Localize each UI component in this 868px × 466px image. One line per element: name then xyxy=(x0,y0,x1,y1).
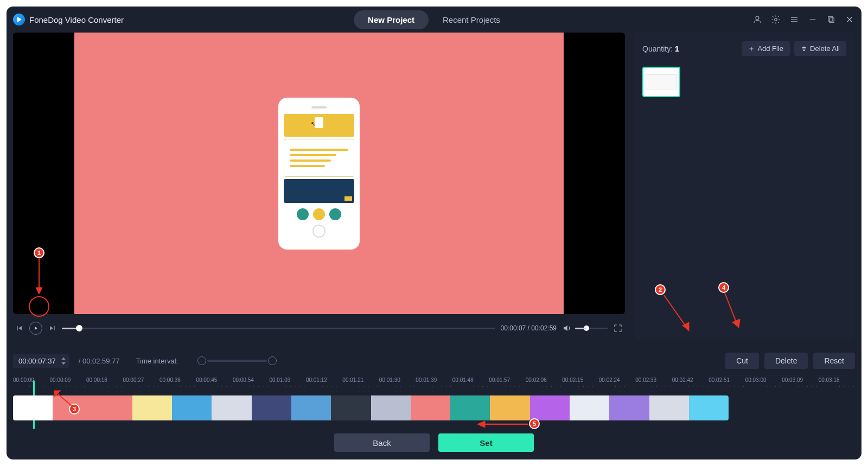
timeline-clip-frame[interactable] xyxy=(172,395,212,420)
ruler-tick: 00:00:27 xyxy=(123,377,159,383)
ruler-tick: 00:01:57 xyxy=(489,377,525,383)
svg-point-0 xyxy=(756,16,759,20)
ruler-tick: 00:01:03 xyxy=(269,377,305,383)
volume-control[interactable] xyxy=(562,323,608,333)
timeline-clip-frame[interactable] xyxy=(13,395,53,420)
ruler-tick: 00:02:15 xyxy=(562,377,598,383)
timeline-clip-frame[interactable] xyxy=(331,395,371,420)
prev-frame-icon[interactable] xyxy=(15,324,24,333)
time-step-down[interactable] xyxy=(59,361,68,366)
app-logo-icon xyxy=(13,14,25,25)
duration-label: / 00:02:59:77 xyxy=(79,357,120,365)
timeline-clip-frame[interactable] xyxy=(649,395,689,420)
player-controls: 00:00:07 / 00:02:59 xyxy=(13,317,625,339)
video-preview: ↖ xyxy=(13,33,625,314)
timeline-ruler: 00:00:0000:00:0900:00:1800:00:2700:00:36… xyxy=(13,377,855,390)
ruler-tick: 00:00:09 xyxy=(49,377,86,383)
ruler-tick: 00:00:36 xyxy=(159,377,196,383)
ruler-tick: 00:01:21 xyxy=(342,377,379,383)
timeline-clip-frame[interactable] xyxy=(93,395,132,420)
ruler-tick: 00:03:18 xyxy=(819,377,855,383)
time-interval-zoom[interactable] xyxy=(207,360,267,362)
ruler-tick: 00:03:00 xyxy=(745,377,782,383)
back-button[interactable]: Back xyxy=(334,433,430,452)
delete-button[interactable]: Delete xyxy=(764,353,808,369)
tab-recent-projects[interactable]: Recent Projects xyxy=(429,10,514,29)
ruler-tick: 00:02:06 xyxy=(526,377,562,383)
timeline-clip-frame[interactable] xyxy=(291,395,331,420)
timeline-clip-frame[interactable] xyxy=(450,395,490,420)
preview-frame-phone-graphic: ↖ xyxy=(278,98,360,250)
settings-icon[interactable] xyxy=(770,14,781,25)
ruler-tick: 00:00:00 xyxy=(13,377,49,383)
timeline-clip-frame[interactable] xyxy=(132,395,172,420)
app-title: FoneDog Video Converter xyxy=(29,15,124,24)
ruler-tick: 00:01:30 xyxy=(379,377,416,383)
time-position-input[interactable]: 00:00:07:37 xyxy=(13,354,69,368)
quantity-value: 1 xyxy=(675,44,679,53)
timeline-track[interactable] xyxy=(13,395,729,420)
ruler-tick: 00:01:39 xyxy=(416,377,452,383)
menu-icon[interactable] xyxy=(789,14,800,25)
ruler-tick: 00:01:48 xyxy=(452,377,489,383)
add-file-button[interactable]: Add File xyxy=(742,41,790,56)
quantity-label: Quantity: xyxy=(642,44,673,53)
account-icon[interactable] xyxy=(752,14,763,25)
time-step-up[interactable] xyxy=(59,356,68,361)
minimize-icon[interactable] xyxy=(807,14,818,25)
ruler-tick: 00:02:24 xyxy=(599,377,635,383)
close-icon[interactable] xyxy=(844,14,855,25)
seek-bar[interactable] xyxy=(62,328,495,329)
delete-all-button[interactable]: Delete All xyxy=(794,41,846,56)
play-button[interactable] xyxy=(29,322,42,335)
ruler-tick: 00:00:18 xyxy=(86,377,123,383)
timeline-clip-frame[interactable] xyxy=(490,395,529,420)
svg-point-1 xyxy=(775,18,777,21)
tab-new-project[interactable]: New Project xyxy=(354,10,429,29)
timeline-clip-frame[interactable] xyxy=(609,395,649,420)
timeline-clip-frame[interactable] xyxy=(530,395,570,420)
svg-rect-2 xyxy=(828,17,833,21)
ruler-tick: 00:03:09 xyxy=(782,377,818,383)
timeline-clip-frame[interactable] xyxy=(689,395,729,420)
set-button[interactable]: Set xyxy=(438,433,534,452)
timeline-clip-frame[interactable] xyxy=(53,395,92,420)
ruler-tick: 00:00:54 xyxy=(233,377,269,383)
maximize-icon[interactable] xyxy=(826,14,837,25)
ruler-tick: 00:02:51 xyxy=(709,377,745,383)
ruler-tick: 00:00:45 xyxy=(196,377,232,383)
svg-rect-3 xyxy=(829,18,834,22)
timeline-clip-frame[interactable] xyxy=(252,395,291,420)
timeline-clip-frame[interactable] xyxy=(371,395,411,420)
cut-button[interactable]: Cut xyxy=(725,353,759,369)
timeline-clip-frame[interactable] xyxy=(411,395,450,420)
fullscreen-icon[interactable] xyxy=(613,323,623,333)
ruler-tick: 00:02:42 xyxy=(672,377,709,383)
next-frame-icon[interactable] xyxy=(48,324,56,333)
clip-thumbnail[interactable] xyxy=(642,67,680,97)
ruler-tick: 00:02:33 xyxy=(635,377,672,383)
timeline-clip-frame[interactable] xyxy=(570,395,609,420)
ruler-tick: 00:01:12 xyxy=(306,377,342,383)
reset-button[interactable]: Reset xyxy=(813,353,855,369)
time-display: 00:00:07 / 00:02:59 xyxy=(501,324,557,332)
time-interval-label: Time interval: xyxy=(136,357,178,365)
timeline-clip-frame[interactable] xyxy=(212,395,251,420)
project-tabs: New Project Recent Projects xyxy=(354,10,514,29)
